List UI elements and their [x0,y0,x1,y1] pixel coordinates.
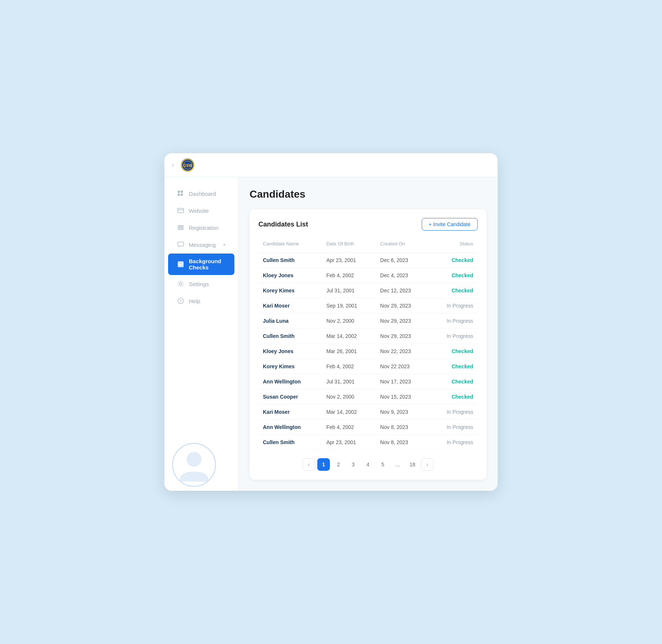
svg-rect-11 [178,229,184,230]
background-checks-icon [177,261,184,268]
candidate-dob: Apr 23, 2001 [322,253,375,268]
sidebar-item-settings[interactable]: Settings [168,276,234,292]
page-button-5[interactable]: 5 [377,458,389,471]
candidate-dob: Nov 2, 2000 [322,389,375,405]
sidebar-item-background-checks[interactable]: Background Checks [168,254,234,275]
candidate-dob: Mar 14, 2002 [322,405,375,420]
page-button-4[interactable]: 4 [362,458,374,471]
candidate-created: Nov 8, 2023 [376,420,429,435]
prev-page-button[interactable]: ‹ [302,458,315,471]
sidebar-background-checks-label: Background Checks [189,258,225,271]
org-logo: GSW [181,158,194,172]
sidebar-website-label: Website [189,208,209,214]
avatar-watermark [172,443,216,487]
candidate-dob: Apr 23, 2001 [322,435,375,450]
page-button-3[interactable]: 3 [347,458,360,471]
sidebar-item-help[interactable]: ? Help [168,293,234,309]
candidate-name: Korey Kimes [258,283,322,298]
candidate-created: Nov 29, 2023 [376,313,429,329]
svg-rect-6 [181,194,183,196]
table-row[interactable]: Ann Wellington Jul 31, 2001 Nov 17, 2023… [258,374,478,389]
next-page-button[interactable]: › [421,458,434,471]
candidate-status: In Progress [429,405,478,420]
card-header: Candidates List + Invite Candidate [258,218,478,231]
table-row[interactable]: Kari Moser Sep 19, 2001 Nov 29, 2023 In … [258,298,478,313]
table-row[interactable]: Kari Moser Mar 14, 2002 Nov 9, 2023 In P… [258,405,478,420]
candidate-dob: Feb 4, 2002 [322,420,375,435]
candidate-created: Dec 12, 2023 [376,283,429,298]
candidate-dob: Sep 19, 2001 [322,298,375,313]
table-row[interactable]: Korey Kimes Jul 31, 2001 Dec 12, 2023 Ch… [258,283,478,298]
candidate-created: Nov 29, 2023 [376,298,429,313]
svg-rect-7 [178,208,184,213]
candidate-dob: Mar 14, 2002 [322,329,375,344]
collapse-sidebar-button[interactable]: ‹ [172,162,174,168]
candidate-name: Korey Kimes [258,359,322,374]
app-window: ‹ GSW Dashboard [164,153,498,491]
svg-rect-8 [178,209,184,210]
help-icon: ? [177,297,184,305]
table-row[interactable]: Kloey Jones Feb 4, 2002 Dec 4, 2023 Chec… [258,268,478,283]
candidate-name: Cullen Smith [258,253,322,268]
sidebar-messaging-label: Messaging [189,242,216,248]
registration-icon [177,224,184,231]
candidate-created: Nov 15, 2023 [376,389,429,405]
candidate-status: Checked [429,268,478,283]
col-header-dob: Date Of Birth [322,238,375,253]
page-button-2[interactable]: 2 [332,458,345,471]
messaging-icon [177,241,184,248]
col-header-created: Created On [376,238,429,253]
messaging-dropdown-icon: ▾ [223,242,225,247]
candidate-dob: Nov 2, 2000 [322,313,375,329]
table-row[interactable]: Cullen Smith Mar 14, 2002 Nov 29, 2023 I… [258,329,478,344]
table-row[interactable]: Julia Luna Nov 2, 2000 Nov 29, 2023 In P… [258,313,478,329]
candidate-name: Susan Cooper [258,389,322,405]
main-content: Candidates Candidates List + Invite Cand… [238,177,498,491]
svg-text:GSW: GSW [183,164,193,168]
page-button-1[interactable]: 1 [317,458,330,471]
candidate-status: Checked [429,359,478,374]
sidebar-help-label: Help [189,298,200,304]
svg-rect-13 [178,261,184,267]
table-row[interactable]: Kloey Jones Mar 26, 2001 Nov 22, 2023 Ch… [258,344,478,359]
candidates-table: Candidate Name Date Of Birth Created On … [258,238,478,450]
svg-rect-5 [178,194,180,196]
candidate-created: Dec 4, 2023 [376,268,429,283]
svg-text:?: ? [180,299,182,303]
sidebar-settings-label: Settings [189,281,209,287]
svg-rect-12 [178,242,184,246]
pagination: ‹ 1 2 3 4 5 ... 18 › [258,458,478,471]
svg-point-18 [187,452,201,467]
sidebar-dashboard-label: Dashboard [189,191,216,197]
page-button-ellipsis: ... [391,458,404,471]
candidate-dob: Jul 31, 2001 [322,374,375,389]
candidate-dob: Feb 4, 2002 [322,359,375,374]
candidate-name: Ann Wellington [258,374,322,389]
table-row[interactable]: Cullen Smith Apr 23, 2001 Nov 8, 2023 In… [258,435,478,450]
sidebar-item-website[interactable]: Website [168,202,234,219]
website-icon [177,207,184,214]
candidate-name: Cullen Smith [258,435,322,450]
candidate-status: In Progress [429,298,478,313]
candidate-status: In Progress [429,420,478,435]
table-row[interactable]: Cullen Smith Apr 23, 2001 Dec 6, 2023 Ch… [258,253,478,268]
top-bar: ‹ GSW [164,153,498,177]
sidebar-item-registration[interactable]: Registration [168,219,234,236]
invite-candidate-button[interactable]: + Invite Candidate [422,218,478,231]
candidate-created: Nov 9, 2023 [376,405,429,420]
sidebar-item-messaging[interactable]: Messaging ▾ [168,237,234,253]
page-button-18[interactable]: 18 [406,458,419,471]
candidates-card: Candidates List + Invite Candidate Candi… [250,209,487,480]
table-row[interactable]: Ann Wellington Feb 4, 2002 Nov 8, 2023 I… [258,420,478,435]
candidate-created: Nov 8, 2023 [376,435,429,450]
svg-rect-3 [178,191,180,193]
sidebar: Dashboard Website [164,177,238,491]
sidebar-item-dashboard[interactable]: Dashboard [168,185,234,202]
candidate-status: In Progress [429,435,478,450]
svg-rect-4 [181,191,183,193]
candidate-created: Dec 6, 2023 [376,253,429,268]
candidate-dob: Feb 4, 2002 [322,268,375,283]
app-layout: Dashboard Website [164,177,498,491]
table-row[interactable]: Korey Kimes Feb 4, 2002 Nov 22 2023 Chec… [258,359,478,374]
table-row[interactable]: Susan Cooper Nov 2, 2000 Nov 15, 2023 Ch… [258,389,478,405]
